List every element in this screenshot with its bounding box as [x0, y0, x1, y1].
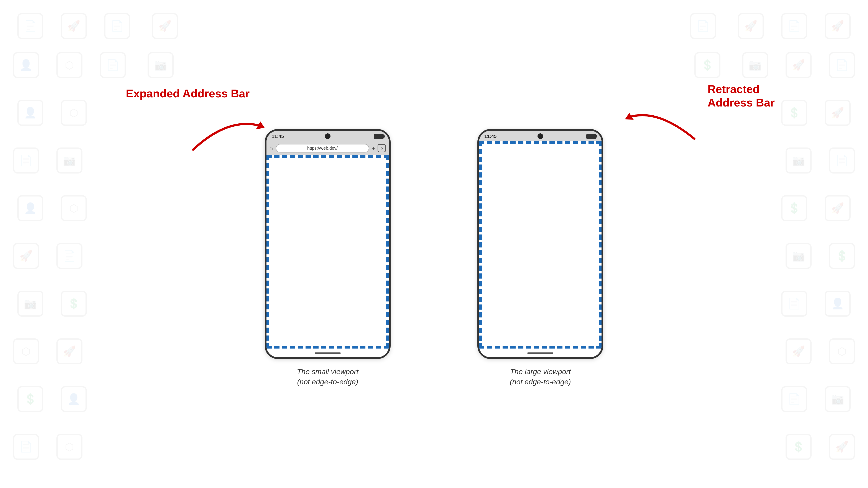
left-phone-time: 11:45 — [272, 134, 284, 139]
left-viewport-dashed — [267, 155, 389, 349]
left-phone-container: 11:45 ⌂ https://web.dev/ + 5 — [265, 129, 391, 359]
right-arrow — [623, 95, 696, 143]
right-annotation: RetractedAddress Bar — [708, 83, 775, 109]
add-tab-icon[interactable]: + — [372, 145, 375, 152]
left-arrow — [189, 100, 267, 156]
left-status-bar: 11:45 — [267, 131, 389, 141]
right-home-indicator — [527, 352, 553, 354]
battery-icon — [374, 134, 384, 139]
left-phone-mockup: 11:45 ⌂ https://web.dev/ + 5 — [265, 129, 391, 359]
left-phone-camera — [325, 133, 331, 139]
left-address-bar: ⌂ https://web.dev/ + 5 — [267, 141, 389, 155]
right-phone-caption: The large viewport (not edge-to-edge) — [510, 366, 571, 387]
left-phone-caption: The small viewport (not edge-to-edge) — [297, 366, 358, 387]
url-input[interactable]: https://web.dev/ — [276, 144, 369, 153]
right-status-bar: 11:45 — [479, 131, 601, 141]
home-icon[interactable]: ⌂ — [270, 145, 273, 152]
left-annotation: Expanded Address Bar — [126, 87, 250, 100]
right-phone-container: 11:45 The large viewport (not edge-to-ed… — [477, 129, 603, 359]
right-phone-time: 11:45 — [484, 134, 496, 139]
right-phone-battery — [586, 134, 596, 139]
right-phone-mockup: 11:45 — [477, 129, 603, 359]
right-battery-icon — [586, 134, 596, 139]
left-phone-battery — [374, 134, 384, 139]
tabs-button[interactable]: 5 — [378, 144, 386, 152]
right-phone-camera — [537, 133, 543, 139]
left-home-indicator — [315, 352, 341, 354]
right-viewport-dashed — [479, 141, 601, 349]
